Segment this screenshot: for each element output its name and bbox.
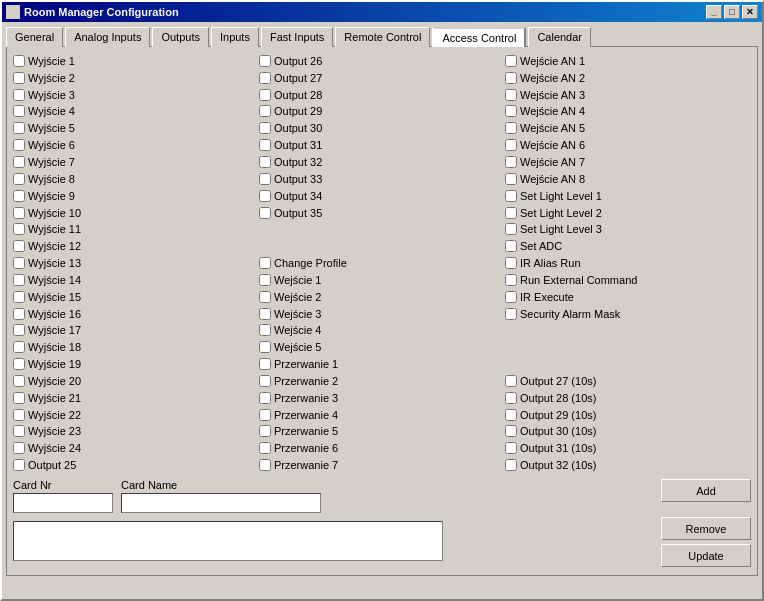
tab-general[interactable]: General — [6, 27, 63, 47]
checkbox-przerwanie-4[interactable] — [259, 409, 271, 421]
checkbox-output-34[interactable] — [259, 190, 271, 202]
buttons-col: Remove Update — [661, 517, 751, 567]
tab-remote-control[interactable]: Remote Control — [335, 27, 430, 47]
checkbox-wejście-an-2[interactable] — [505, 72, 517, 84]
list-item: Wyjście 19 — [13, 356, 259, 372]
checkbox-przerwanie-2[interactable] — [259, 375, 271, 387]
checkbox-output-32[interactable] — [259, 156, 271, 168]
checkbox-wyjście-2[interactable] — [13, 72, 25, 84]
checkbox-output-28-(10s)[interactable] — [505, 392, 517, 404]
checkbox-ir-execute[interactable] — [505, 291, 517, 303]
checkbox-przerwanie-1[interactable] — [259, 358, 271, 370]
checkbox-label: Przerwanie 1 — [274, 358, 338, 370]
checkbox-przerwanie-7[interactable] — [259, 459, 271, 471]
checkbox-przerwanie-5[interactable] — [259, 425, 271, 437]
tab-analog-inputs[interactable]: Analog Inputs — [65, 27, 150, 47]
checkbox-wejście-4[interactable] — [259, 324, 271, 336]
checkbox-output-35[interactable] — [259, 207, 271, 219]
checkbox-wejście-an-6[interactable] — [505, 139, 517, 151]
checkbox-wejście-an-8[interactable] — [505, 173, 517, 185]
tab-fast-inputs[interactable]: Fast Inputs — [261, 27, 333, 47]
checkbox-wyjście-13[interactable] — [13, 257, 25, 269]
checkbox-wyjście-3[interactable] — [13, 89, 25, 101]
checkbox-wejście-5[interactable] — [259, 341, 271, 353]
checkbox-wyjście-17[interactable] — [13, 324, 25, 336]
checkbox-wejście-an-7[interactable] — [505, 156, 517, 168]
checkbox-security-alarm-mask[interactable] — [505, 308, 517, 320]
checkbox-label: Wyjście 22 — [28, 409, 81, 421]
checkbox-wyjście-15[interactable] — [13, 291, 25, 303]
checkbox-set-light-level-2[interactable] — [505, 207, 517, 219]
remove-button[interactable]: Remove — [661, 517, 751, 540]
checkbox-wejście-3[interactable] — [259, 308, 271, 320]
card-nr-input[interactable] — [13, 493, 113, 513]
update-button[interactable]: Update — [661, 544, 751, 567]
checkbox-set-light-level-3[interactable] — [505, 223, 517, 235]
checkbox-wejście-an-3[interactable] — [505, 89, 517, 101]
list-item: Wejście AN 7 — [505, 154, 751, 170]
checkbox-change-profile[interactable] — [259, 257, 271, 269]
checkbox-wyjście-23[interactable] — [13, 425, 25, 437]
list-item: Wyjście 20 — [13, 373, 259, 389]
checkbox-output-28[interactable] — [259, 89, 271, 101]
checkbox-wejście-1[interactable] — [259, 274, 271, 286]
add-button[interactable]: Add — [661, 479, 751, 502]
checkbox-output-25[interactable] — [13, 459, 25, 471]
checkbox-wyjście-19[interactable] — [13, 358, 25, 370]
maximize-button[interactable]: □ — [724, 5, 740, 19]
checkbox-run-external-command[interactable] — [505, 274, 517, 286]
checkbox-przerwanie-3[interactable] — [259, 392, 271, 404]
tab-outputs[interactable]: Outputs — [152, 27, 209, 47]
checkbox-wyjście-7[interactable] — [13, 156, 25, 168]
checkbox-output-29[interactable] — [259, 105, 271, 117]
checkbox-label: Wyjście 14 — [28, 274, 81, 286]
checkbox-wejście-an-1[interactable] — [505, 55, 517, 67]
checkbox-wyjście-14[interactable] — [13, 274, 25, 286]
checkbox-wyjście-20[interactable] — [13, 375, 25, 387]
checkbox-wyjście-18[interactable] — [13, 341, 25, 353]
list-item: Wejście 4 — [259, 323, 505, 339]
checkbox-output-30-(10s)[interactable] — [505, 425, 517, 437]
checkbox-wyjście-11[interactable] — [13, 223, 25, 235]
checkbox-wyjście-22[interactable] — [13, 409, 25, 421]
card-name-input[interactable] — [121, 493, 321, 513]
checkbox-set-light-level-1[interactable] — [505, 190, 517, 202]
checkbox-label: Output 34 — [274, 190, 322, 202]
checkbox-wyjście-4[interactable] — [13, 105, 25, 117]
checkbox-output-31-(10s)[interactable] — [505, 442, 517, 454]
checkbox-set-adc[interactable] — [505, 240, 517, 252]
card-list-box[interactable] — [13, 521, 443, 561]
checkbox-wejście-2[interactable] — [259, 291, 271, 303]
checkbox-output-32-(10s)[interactable] — [505, 459, 517, 471]
tab-inputs[interactable]: Inputs — [211, 27, 259, 47]
checkbox-wyjście-24[interactable] — [13, 442, 25, 454]
close-button[interactable]: ✕ — [742, 5, 758, 19]
checkbox-wyjście-9[interactable] — [13, 190, 25, 202]
checkbox-wyjście-6[interactable] — [13, 139, 25, 151]
checkbox-label: Wyjście 23 — [28, 425, 81, 437]
minimize-button[interactable]: _ — [706, 5, 722, 19]
checkbox-wyjście-21[interactable] — [13, 392, 25, 404]
checkbox-output-27[interactable] — [259, 72, 271, 84]
list-item: Output 26 — [259, 53, 505, 69]
checkbox-wyjście-10[interactable] — [13, 207, 25, 219]
checkbox-output-29-(10s)[interactable] — [505, 409, 517, 421]
checkbox-output-33[interactable] — [259, 173, 271, 185]
checkbox-wyjście-1[interactable] — [13, 55, 25, 67]
checkbox-label: Output 31 — [274, 139, 322, 151]
checkbox-wyjście-16[interactable] — [13, 308, 25, 320]
checkbox-wyjście-8[interactable] — [13, 173, 25, 185]
checkbox-output-31[interactable] — [259, 139, 271, 151]
checkbox-output-30[interactable] — [259, 122, 271, 134]
checkbox-wejście-an-5[interactable] — [505, 122, 517, 134]
checkbox-output-27-(10s)[interactable] — [505, 375, 517, 387]
checkbox-przerwanie-6[interactable] — [259, 442, 271, 454]
window-title: Room Manager Configuration — [24, 6, 179, 18]
checkbox-output-26[interactable] — [259, 55, 271, 67]
tab-calendar[interactable]: Calendar — [528, 27, 591, 47]
checkbox-wyjście-5[interactable] — [13, 122, 25, 134]
checkbox-ir-alias-run[interactable] — [505, 257, 517, 269]
checkbox-wyjście-12[interactable] — [13, 240, 25, 252]
tab-access-control[interactable]: Access Control — [432, 27, 526, 47]
checkbox-wejście-an-4[interactable] — [505, 105, 517, 117]
